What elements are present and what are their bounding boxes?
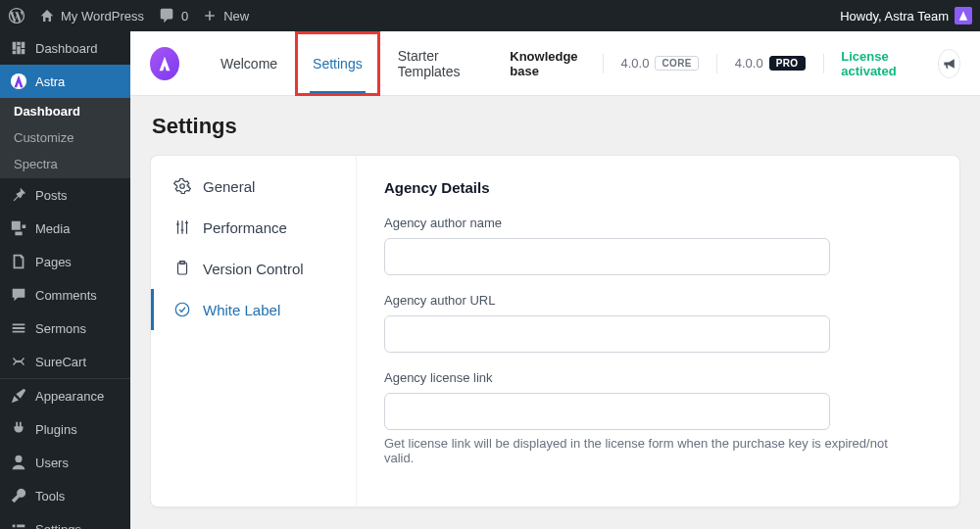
appearance-icon xyxy=(10,387,27,405)
core-version: 4.0.0 CORE xyxy=(621,56,699,71)
sidemenu-appearance[interactable]: Appearance xyxy=(0,379,130,412)
astra-logo xyxy=(150,47,179,80)
admin-sidemenu: Dashboard Astra Dashboard Customize Spec… xyxy=(0,31,130,529)
pro-version-number: 4.0.0 xyxy=(735,56,763,71)
check-circle-icon xyxy=(173,301,191,318)
sidemenu-plugins[interactable]: Plugins xyxy=(0,412,130,446)
side-tab-label: Performance xyxy=(203,219,287,236)
sidemenu-label: Dashboard xyxy=(35,41,98,56)
sidemenu-comments[interactable]: Comments xyxy=(0,278,130,312)
field-label: Agency license link xyxy=(384,370,932,385)
plugins-icon xyxy=(10,420,27,438)
settings-icon xyxy=(10,520,27,529)
core-version-number: 4.0.0 xyxy=(621,56,650,71)
side-tab-label: General xyxy=(203,178,255,195)
astra-submenu: Dashboard Customize Spectra xyxy=(0,98,130,177)
main-content: Welcome Settings Starter Templates Knowl… xyxy=(130,31,980,529)
comments-icon xyxy=(10,286,27,304)
divider xyxy=(603,54,604,73)
sidemenu-astra[interactable]: Astra xyxy=(0,65,130,98)
pin-icon xyxy=(10,186,27,204)
license-status: License activated xyxy=(841,49,920,78)
side-tab-white-label[interactable]: White Label xyxy=(151,289,356,330)
sidemenu-label: Posts xyxy=(35,188,68,203)
sidemenu-label: Media xyxy=(35,221,70,236)
astra-sub-spectra[interactable]: Spectra xyxy=(0,151,130,177)
sidemenu-label: Tools xyxy=(35,489,65,504)
users-icon xyxy=(10,454,27,471)
svg-point-2 xyxy=(180,184,185,189)
tools-icon xyxy=(10,487,27,505)
new-label: New xyxy=(223,9,249,24)
sidemenu-media[interactable]: Media xyxy=(0,212,130,245)
sidemenu-sermons[interactable]: Sermons xyxy=(0,312,130,345)
sidemenu-label: Astra xyxy=(35,74,65,89)
sidemenu-label: Appearance xyxy=(35,389,104,404)
field-author-name: Agency author name xyxy=(384,216,932,275)
sidemenu-settings[interactable]: Settings xyxy=(0,512,130,529)
howdy-text: Howdy, Astra Team xyxy=(840,9,949,24)
sidemenu-posts[interactable]: Posts xyxy=(0,178,130,212)
field-license-link: Agency license link Get license link wil… xyxy=(384,370,932,465)
astra-sub-dashboard[interactable]: Dashboard xyxy=(0,98,130,124)
author-url-input[interactable] xyxy=(384,315,830,353)
site-name-link[interactable]: My WordPress xyxy=(39,8,144,24)
media-icon xyxy=(10,219,27,237)
sidemenu-dashboard[interactable]: Dashboard xyxy=(0,31,130,65)
settings-side-tabs: General Performance Version Control Whit… xyxy=(151,156,357,506)
license-link-input[interactable] xyxy=(384,393,830,430)
pro-version: 4.0.0 PRO xyxy=(735,56,806,71)
clipboard-icon xyxy=(173,260,191,277)
sliders-icon xyxy=(173,218,191,236)
tab-settings[interactable]: Settings xyxy=(295,31,380,96)
new-content-link[interactable]: New xyxy=(202,8,249,24)
side-tab-version-control[interactable]: Version Control xyxy=(151,248,356,289)
gear-icon xyxy=(173,177,191,195)
author-name-input[interactable] xyxy=(384,238,830,275)
tab-welcome[interactable]: Welcome xyxy=(203,31,295,96)
sidemenu-label: Pages xyxy=(35,255,72,269)
divider xyxy=(823,54,824,73)
sidemenu-label: SureCart xyxy=(35,355,86,369)
comments-count: 0 xyxy=(181,9,188,24)
wp-logo[interactable] xyxy=(8,7,25,24)
sidemenu-users[interactable]: Users xyxy=(0,446,130,479)
sidemenu-label: Plugins xyxy=(35,422,77,437)
side-tab-performance[interactable]: Performance xyxy=(151,207,356,248)
sidemenu-label: Settings xyxy=(35,522,81,530)
page-title: Settings xyxy=(130,96,980,155)
settings-content: Agency Details Agency author name Agency… xyxy=(357,156,959,506)
site-name: My WordPress xyxy=(61,9,144,24)
sidemenu-surecart[interactable]: SureCart xyxy=(0,345,130,378)
sidemenu-label: Sermons xyxy=(35,321,86,336)
sidemenu-label: Users xyxy=(35,456,69,470)
comments-link[interactable]: 0 xyxy=(158,7,188,24)
core-badge: CORE xyxy=(655,56,699,71)
announcements-button[interactable] xyxy=(938,49,960,78)
astra-sub-customize[interactable]: Customize xyxy=(0,124,130,151)
pages-icon xyxy=(10,253,27,270)
knowledge-base-link[interactable]: Knowledge base xyxy=(510,49,585,78)
tab-starter-templates[interactable]: Starter Templates xyxy=(380,31,511,96)
avatar xyxy=(955,7,972,24)
side-tab-label: White Label xyxy=(203,302,280,318)
field-label: Agency author name xyxy=(384,216,932,230)
pro-badge: PRO xyxy=(769,56,806,71)
sermons-icon xyxy=(10,319,27,337)
field-label: Agency author URL xyxy=(384,293,932,308)
astra-topbar: Welcome Settings Starter Templates Knowl… xyxy=(130,31,980,96)
wp-admin-bar: My WordPress 0 New Howdy, Astra Team xyxy=(0,0,980,31)
settings-panel: General Performance Version Control Whit… xyxy=(150,155,960,507)
surecart-icon xyxy=(10,353,27,370)
sidemenu-pages[interactable]: Pages xyxy=(0,245,130,278)
sidemenu-label: Comments xyxy=(35,288,97,303)
svg-point-4 xyxy=(175,303,189,316)
side-tab-general[interactable]: General xyxy=(151,166,356,207)
field-help-text: Get license link will be displayed in th… xyxy=(384,436,894,465)
field-author-url: Agency author URL xyxy=(384,293,932,353)
howdy-account[interactable]: Howdy, Astra Team xyxy=(840,7,972,24)
side-tab-label: Version Control xyxy=(203,261,304,277)
sidemenu-tools[interactable]: Tools xyxy=(0,479,130,512)
astra-icon xyxy=(10,72,27,90)
section-heading: Agency Details xyxy=(384,179,932,196)
